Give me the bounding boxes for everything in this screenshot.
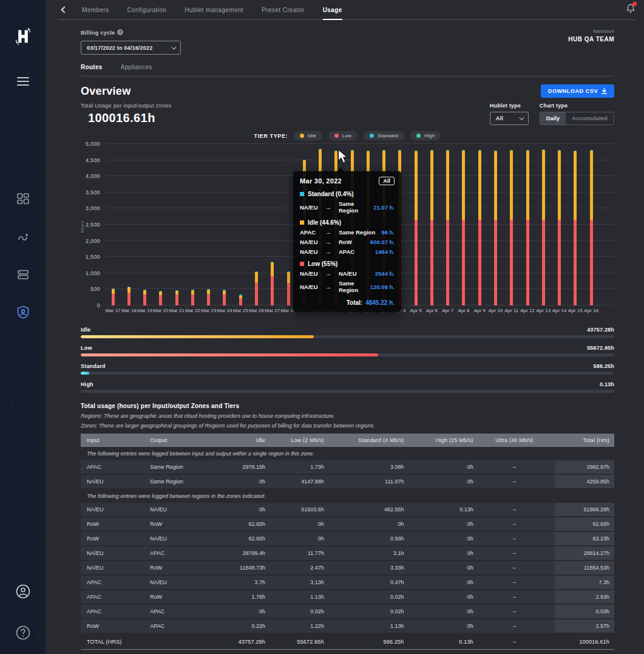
cell: APAC — [150, 550, 236, 556]
legend-pill-standard[interactable]: Standard — [364, 131, 404, 140]
sidebar — [0, 0, 46, 654]
y-tick-label: 3,000 — [86, 205, 100, 211]
bar-apr-9[interactable] — [478, 150, 481, 305]
billing-info-icon[interactable]: ? — [117, 29, 123, 35]
chart-type-toggle: Daily Accumulated — [540, 112, 614, 125]
arrow-right-icon: → — [325, 204, 339, 211]
tab-appliances[interactable]: Appliances — [121, 64, 152, 76]
bar-apr-13[interactable] — [542, 149, 545, 305]
tab-routes[interactable]: Routes — [81, 64, 103, 76]
bar-mar-21[interactable] — [175, 290, 178, 305]
cell: – — [492, 521, 555, 527]
tab-usage[interactable]: Usage — [323, 0, 342, 19]
cell: 1.22h — [283, 623, 342, 629]
bar-mar-25[interactable] — [239, 295, 242, 305]
summary-label: Standard — [81, 363, 106, 369]
x-tick-label: Mar 25 — [232, 308, 248, 313]
cell: RoW — [150, 521, 236, 527]
tab-members[interactable]: Members — [82, 0, 109, 19]
x-tick-label: Mar 22 — [185, 308, 200, 313]
cell: Same Region — [150, 479, 236, 485]
chart-type-daily-button[interactable]: Daily — [540, 112, 566, 124]
billing-cycle-block: Billing cycle? 03/17/2022 to 04/16/2022 — [81, 26, 181, 55]
bar-apr-7[interactable] — [446, 150, 449, 305]
bar-segment-idle — [558, 151, 561, 220]
cell: 4147.88h — [283, 479, 342, 485]
cell: Input — [81, 437, 150, 443]
download-csv-button[interactable]: DOWNLOAD CSV — [541, 84, 614, 98]
cell: – — [492, 594, 555, 600]
summary-value: 43757.28h — [587, 327, 614, 333]
cell: NA/EU — [150, 579, 236, 585]
bar-slot — [535, 144, 551, 305]
bar-segment-low — [590, 220, 593, 306]
page-title: Overview — [81, 85, 130, 98]
bar-mar-19[interactable] — [143, 290, 146, 305]
summary-label: Idle — [81, 327, 90, 333]
cell: NA/EU — [81, 506, 150, 513]
bar-mar-27[interactable] — [271, 262, 274, 305]
billing-cycle-select[interactable]: 03/17/2022 to 04/16/2022 — [81, 41, 181, 55]
table-group-note: The following entries were logged betwee… — [81, 489, 614, 503]
dashboard-icon[interactable] — [15, 191, 31, 207]
help-icon[interactable] — [15, 625, 31, 641]
bar-apr-12[interactable] — [526, 150, 529, 305]
bar-mar-24[interactable] — [223, 290, 226, 305]
bar-mar-23[interactable] — [207, 289, 210, 305]
bar-mar-18[interactable] — [127, 287, 130, 305]
cell: High (25 Mb/s) — [422, 437, 492, 443]
usage-table: InputOutputIdleLow (2 Mb/s)Standard (4 M… — [81, 434, 614, 650]
bar-apr-14[interactable] — [558, 150, 561, 305]
hublet-type-select[interactable]: All — [490, 112, 529, 125]
y-tick-label: 2,000 — [86, 238, 100, 244]
account-icon[interactable] — [15, 584, 31, 599]
legend-pill-high[interactable]: High — [410, 131, 441, 140]
bar-apr-16[interactable] — [590, 150, 593, 305]
bar-apr-11[interactable] — [510, 150, 513, 305]
notifications-bell-icon[interactable] — [626, 3, 636, 16]
bar-apr-8[interactable] — [462, 150, 465, 305]
table-row: RoWAPAC0.22h1.22h1.13h0h–2.57h — [81, 619, 614, 633]
cell: 1.13h — [342, 623, 422, 629]
bar-apr-5[interactable] — [415, 151, 418, 305]
tab-hublet-management[interactable]: Hublet management — [185, 0, 243, 19]
table-row: APACRoW1.78h1.13h0.02h0h–2.93h — [81, 590, 614, 604]
cell: 0.47h — [342, 579, 422, 585]
bar-apr-15[interactable] — [574, 151, 577, 305]
bar-mar-20[interactable] — [159, 291, 162, 305]
route-to: Same Region — [339, 229, 381, 236]
bar-mar-28[interactable] — [287, 271, 290, 305]
cell: 0.02h — [342, 608, 422, 615]
menu-icon[interactable] — [15, 73, 31, 89]
table-group-note: The following entries were logged betwee… — [81, 447, 614, 460]
legend-label: Standard — [378, 133, 398, 138]
admin-shield-icon[interactable] — [15, 304, 31, 320]
table-row: NA/EUNA/EU0h51503.6h462.55h0.13h–51966.2… — [81, 503, 614, 516]
bar-segment-idle — [526, 151, 529, 220]
legend-pill-idle[interactable]: Idle — [294, 131, 322, 140]
cell: 2978.15h — [236, 464, 283, 470]
tab-configuration[interactable]: Configuration — [127, 0, 166, 19]
bar-segment-idle — [287, 272, 290, 283]
download-icon — [602, 88, 607, 94]
bar-segment-idle — [415, 151, 418, 220]
haivision-logo-icon[interactable] — [15, 29, 31, 44]
bar-apr-6[interactable] — [430, 150, 433, 305]
tab-preset-creator[interactable]: Preset Creator — [262, 0, 305, 19]
cell: APAC — [150, 623, 236, 629]
table-row: RoWRoW62.65h0h0h0h–62.65h — [81, 517, 614, 531]
summary-track — [81, 390, 614, 393]
bar-apr-10[interactable] — [494, 151, 497, 305]
routes-icon[interactable] — [15, 229, 31, 245]
bar-mar-26[interactable] — [255, 271, 258, 305]
cell: 0h — [422, 608, 492, 615]
legend-pill-low[interactable]: Low — [328, 131, 358, 140]
bar-mar-22[interactable] — [191, 290, 194, 305]
chart-type-accumulated-button[interactable]: Accumulated — [566, 112, 614, 124]
cell: 111.97h — [342, 479, 422, 485]
back-chevron-icon[interactable] — [58, 3, 71, 16]
bar-mar-17[interactable] — [112, 288, 115, 305]
appliances-icon[interactable] — [15, 267, 31, 282]
bar-slot — [185, 144, 200, 305]
bar-segment-low — [239, 298, 242, 305]
